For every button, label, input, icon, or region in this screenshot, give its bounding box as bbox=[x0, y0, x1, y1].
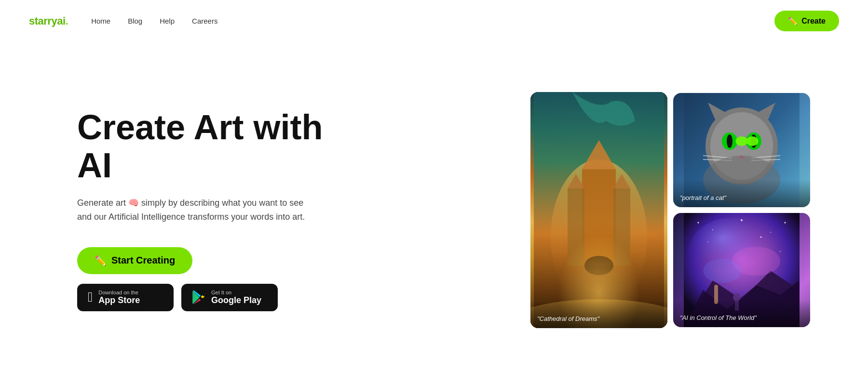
art-column-right: "portrait of a cat" bbox=[673, 93, 810, 327]
space-label: "AI in Control of The World" bbox=[673, 300, 810, 327]
svg-rect-4 bbox=[568, 188, 584, 265]
cat-label: "portrait of a cat" bbox=[673, 180, 810, 207]
cathedral-label-text: "Cathedral of Dreams" bbox=[537, 315, 599, 322]
nav-link-careers[interactable]: Careers bbox=[192, 17, 217, 25]
logo[interactable]: starryai. bbox=[29, 15, 68, 27]
hero-title: Create Art with AI bbox=[77, 108, 328, 185]
navbar: starryai. Home Blog Help Careers ✏️ Crea… bbox=[0, 0, 868, 42]
apple-icon:  bbox=[88, 291, 93, 304]
nav-link-help[interactable]: Help bbox=[160, 17, 175, 25]
app-store-button[interactable]:  Download on the App Store bbox=[77, 284, 174, 312]
subtitle-before: Generate art bbox=[77, 198, 126, 208]
art-gallery: "Cathedral of Dreams" bbox=[530, 92, 810, 328]
navbar-left: starryai. Home Blog Help Careers bbox=[29, 15, 217, 27]
svg-rect-2 bbox=[582, 169, 616, 265]
pencil-icon: ✏️ bbox=[788, 16, 798, 26]
nav-item-home[interactable]: Home bbox=[91, 17, 110, 26]
logo-dot: . bbox=[66, 15, 68, 27]
nav-item-blog[interactable]: Blog bbox=[128, 17, 142, 26]
cathedral-image bbox=[530, 92, 667, 328]
app-store-small-text: Download on the bbox=[98, 290, 138, 295]
hero-buttons: ✏️ Start Creating  Download on the App … bbox=[77, 247, 328, 312]
google-play-large-text: Google Play bbox=[211, 295, 261, 306]
app-store-text: Download on the App Store bbox=[98, 290, 140, 306]
cathedral-label: "Cathedral of Dreams" bbox=[530, 301, 667, 328]
svg-point-31 bbox=[785, 222, 786, 223]
svg-point-27 bbox=[698, 222, 699, 223]
google-play-small-text: Get It on bbox=[211, 290, 231, 295]
nav-item-careers[interactable]: Careers bbox=[192, 17, 217, 26]
art-column-left: "Cathedral of Dreams" bbox=[530, 92, 667, 328]
svg-point-32 bbox=[707, 241, 708, 242]
cat-label-text: "portrait of a cat" bbox=[680, 194, 726, 201]
hero-section: Create Art with AI Generate art 🧠 simply… bbox=[0, 42, 868, 378]
svg-point-8 bbox=[584, 256, 613, 275]
create-button[interactable]: ✏️ Create bbox=[774, 11, 839, 31]
svg-point-33 bbox=[780, 251, 781, 252]
create-button-label: Create bbox=[801, 17, 826, 26]
start-creating-pencil-icon: ✏️ bbox=[95, 255, 107, 266]
svg-point-40 bbox=[703, 259, 742, 283]
google-play-text: Get It on Google Play bbox=[211, 290, 261, 306]
svg-point-29 bbox=[741, 219, 743, 221]
start-creating-label: Start Creating bbox=[111, 255, 175, 266]
google-play-icon bbox=[192, 291, 205, 304]
svg-point-18 bbox=[751, 134, 757, 148]
nav-link-home[interactable]: Home bbox=[91, 17, 110, 25]
svg-point-17 bbox=[727, 134, 732, 148]
svg-point-34 bbox=[760, 236, 762, 238]
nav-item-help[interactable]: Help bbox=[160, 17, 175, 26]
logo-text: starryai bbox=[29, 15, 66, 27]
space-label-text: "AI in Control of The World" bbox=[680, 314, 757, 321]
app-store-large-text: App Store bbox=[98, 295, 140, 306]
svg-rect-5 bbox=[613, 188, 630, 265]
hero-content: Create Art with AI Generate art 🧠 simply… bbox=[77, 108, 328, 312]
cathedral-svg bbox=[530, 92, 667, 328]
hero-subtitle: Generate art 🧠 simply by describing what… bbox=[77, 196, 318, 224]
store-buttons:  Download on the App Store bbox=[77, 284, 278, 312]
brain-emoji: 🧠 bbox=[128, 198, 141, 208]
google-play-button[interactable]: Get It on Google Play bbox=[181, 284, 278, 312]
nav-links: Home Blog Help Careers bbox=[91, 17, 217, 26]
start-creating-button[interactable]: ✏️ Start Creating bbox=[77, 247, 192, 274]
nav-link-blog[interactable]: Blog bbox=[128, 17, 142, 25]
svg-point-28 bbox=[712, 229, 713, 230]
art-card-space[interactable]: "AI in Control of The World" bbox=[673, 213, 810, 327]
art-card-cat[interactable]: "portrait of a cat" bbox=[673, 93, 810, 207]
svg-point-30 bbox=[770, 232, 771, 233]
art-card-cathedral[interactable]: "Cathedral of Dreams" bbox=[530, 92, 667, 328]
